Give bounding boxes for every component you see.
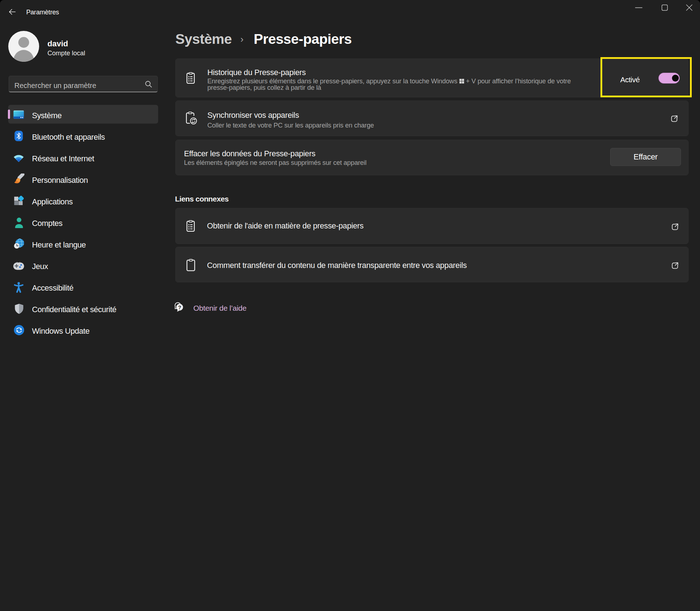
svg-text:?: ?: [178, 305, 181, 310]
